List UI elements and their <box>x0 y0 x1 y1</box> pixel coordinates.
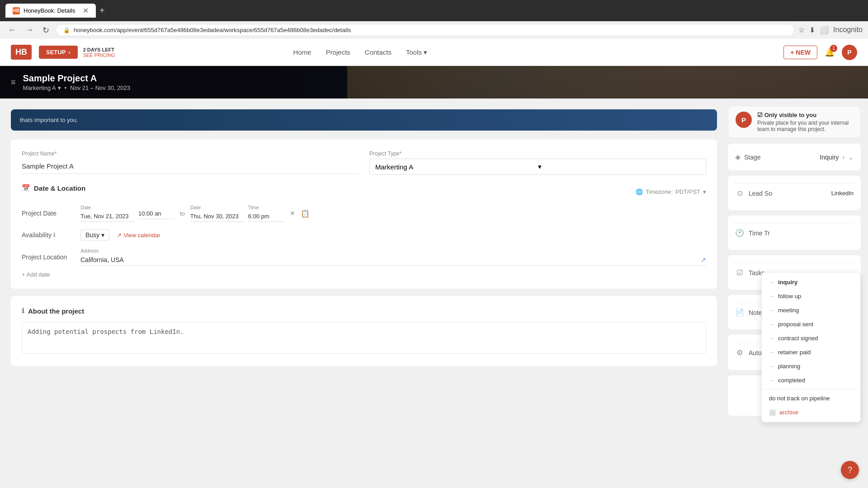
project-name-input[interactable] <box>22 159 359 174</box>
project-header-content: ≡ Sample Project A Markerting A ▾ • Nov … <box>11 73 130 91</box>
back-button[interactable]: ← <box>5 24 19 36</box>
availability-select[interactable]: Busy ▾ <box>80 229 109 241</box>
right-panel: P ☑ Only visible to you Private place fo… <box>728 99 868 488</box>
dropdown-item-no-track[interactable]: do not track on pipeline <box>762 391 860 405</box>
date-location-header: 📅 Date & Location 🌐 Timezone: PDT/PST ▾ <box>22 184 706 199</box>
end-time-group: Time <box>248 205 284 222</box>
help-button[interactable]: ? <box>841 461 859 479</box>
notification-badge: 1 <box>830 45 837 52</box>
security-icon: 🔒 <box>63 27 70 33</box>
promo-text: thats important to you. <box>20 117 708 123</box>
nav-tools[interactable]: Tools ▾ <box>406 48 427 56</box>
stage-card: ◈ Stage Inquiry › ⌄ <box>728 144 861 170</box>
extensions-icon[interactable]: ⬜ <box>820 26 829 34</box>
right-panel-avatar: P <box>736 112 752 128</box>
end-date-input[interactable] <box>190 211 245 222</box>
browser-tab[interactable]: HB HoneyBook: Details ✕ <box>5 4 96 18</box>
project-date-range: Nov 21 – Nov 30, 2023 <box>70 84 130 91</box>
project-form: Project Name* Project Type* Markerting A… <box>11 140 717 289</box>
close-tab-button[interactable]: ✕ <box>83 6 89 15</box>
automation-icon: ⚙ <box>735 348 744 357</box>
stage-label: Stage <box>744 154 761 161</box>
location-label: Project Location <box>22 253 80 261</box>
dropdown-separator <box>762 389 860 389</box>
start-date-group: Date <box>80 205 135 222</box>
date-location-title: Date & Location <box>34 184 85 192</box>
about-textarea[interactable]: Adding potential prospects from LinkedIn… <box>22 322 706 354</box>
about-section-title: About the project <box>28 307 84 315</box>
header-right: + NEW 🔔 1 P <box>783 45 857 60</box>
notifications-button[interactable]: 🔔 1 <box>825 47 835 57</box>
lead-source-row[interactable]: ⊙ Lead So LinkedIn <box>735 183 854 203</box>
stage-value: Inquiry <box>820 154 839 161</box>
sidebar-toggle-icon[interactable]: ≡ <box>11 78 16 87</box>
availability-info-icon[interactable]: ℹ <box>53 232 56 238</box>
url-text: honeybook.com/app/event/655d767a5e486b08… <box>74 27 351 33</box>
address-bar-row: ← → ↻ 🔒 honeybook.com/app/event/655d767a… <box>0 21 868 39</box>
timezone-arrow: ▾ <box>703 188 706 195</box>
dropdown-item-contract-signed[interactable]: → contract signed <box>762 331 860 345</box>
project-type-chevron: ▾ <box>538 163 701 171</box>
dropdown-item-retainer-paid[interactable]: → retainer paid <box>762 345 860 359</box>
lead-source-value: LinkedIn <box>831 190 854 197</box>
stage-row[interactable]: ◈ Stage Inquiry › ⌄ <box>735 151 854 163</box>
add-date-link[interactable]: + Add date <box>22 271 706 278</box>
location-input[interactable] <box>80 254 697 265</box>
project-type-select[interactable]: Markerting A ▾ <box>369 159 706 175</box>
dropdown-item-archive[interactable]: ⬜ archive <box>762 405 860 419</box>
start-date-input[interactable] <box>80 211 135 222</box>
project-name-type-row: Project Name* Project Type* Markerting A… <box>22 150 706 175</box>
new-tab-button[interactable]: + <box>99 5 105 16</box>
address-bar[interactable]: 🔒 honeybook.com/app/event/655d767a5e486b… <box>56 24 795 36</box>
dropdown-item-meeting[interactable]: → meeting <box>762 303 860 317</box>
nav-projects[interactable]: Projects <box>326 48 350 56</box>
availability-arrow: ▾ <box>101 231 104 239</box>
project-name-label: Project Name* <box>22 150 359 157</box>
project-type-selector[interactable]: Markerting A ▾ <box>23 84 61 91</box>
download-icon[interactable]: ⬇ <box>809 26 815 34</box>
timezone-globe-icon: 🌐 <box>636 188 643 195</box>
only-visible-title: ☑ Only visible to you <box>757 112 853 118</box>
timezone-selector[interactable]: 🌐 Timezone: PDT/PST ▾ <box>636 188 706 195</box>
see-pricing-link[interactable]: SEE PRICING <box>83 52 115 58</box>
time-tracking-card: 🕐 Time Tr <box>728 216 861 250</box>
info-section-icon: ℹ <box>22 307 24 315</box>
dropdown-item-planning[interactable]: → planning <box>762 359 860 373</box>
about-section: ℹ About the project Adding potential pro… <box>11 296 717 366</box>
dropdown-item-follow-up[interactable]: → follow up <box>762 289 860 303</box>
reload-button[interactable]: ↻ <box>40 24 52 36</box>
dropdown-item-proposal-sent[interactable]: → proposal sent <box>762 317 860 331</box>
dropdown-item-completed[interactable]: → completed <box>762 373 860 387</box>
lead-source-card: ⊙ Lead So LinkedIn <box>728 176 861 210</box>
lead-source-label: Lead So <box>749 190 772 197</box>
bookmark-icon[interactable]: ☆ <box>798 26 805 34</box>
project-meta: Markerting A ▾ • Nov 21 – Nov 30, 2023 <box>23 84 131 91</box>
setup-button[interactable]: SETUP › <box>39 46 78 59</box>
view-calendar-link[interactable]: ↗ View calendar <box>117 232 160 239</box>
clear-date-button[interactable]: ✕ <box>290 210 295 217</box>
start-time-group <box>138 207 175 219</box>
date-fields: Date to Date Time <box>80 205 706 222</box>
forward-button[interactable]: → <box>23 24 36 36</box>
browser-chrome: HB HoneyBook: Details ✕ + <box>0 0 868 21</box>
project-name-group: Project Name* <box>22 150 359 175</box>
archive-icon: ⬜ <box>769 409 776 416</box>
dropdown-item-inquiry[interactable]: → inquiry <box>762 275 860 289</box>
start-time-input[interactable] <box>138 208 175 219</box>
open-calendar-button[interactable]: 📋 <box>301 209 310 218</box>
nav-home[interactable]: Home <box>293 48 311 56</box>
user-avatar[interactable]: P <box>842 45 857 60</box>
location-input-wrapper: ↗ <box>80 254 706 266</box>
project-date-row: Project Date Date to Date <box>22 205 706 222</box>
nav-contacts[interactable]: Contacts <box>365 48 392 56</box>
timezone-value: PDT/PST <box>675 188 700 195</box>
hb-logo: HB <box>11 45 32 60</box>
location-external-link-icon[interactable]: ↗ <box>701 256 706 263</box>
end-date-label: Date <box>190 205 245 210</box>
time-tracking-row[interactable]: 🕐 Time Tr <box>735 223 854 243</box>
end-time-input[interactable] <box>248 211 284 222</box>
main-nav: Home Projects Contacts Tools ▾ <box>293 48 428 56</box>
to-separator: to <box>180 210 185 217</box>
calendar-section-icon: 📅 <box>22 184 30 192</box>
new-button[interactable]: + NEW <box>783 46 817 59</box>
